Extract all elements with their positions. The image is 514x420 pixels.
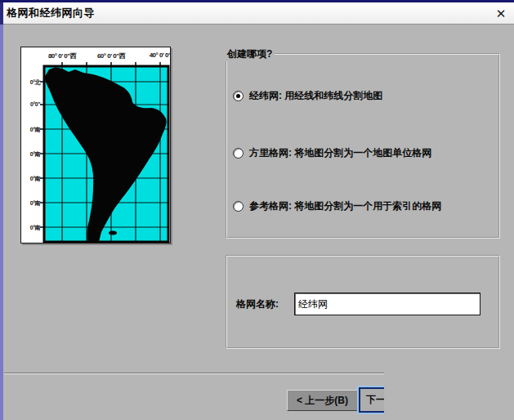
map-preview: 80° 0' 0"西 60° 0' 0"西 40° 0' 0" 0°北 0°0"…	[20, 47, 171, 244]
radio-measured-grid[interactable]: 方里格网: 将地图分割为一个地图单位格网	[233, 146, 431, 160]
next-button-clipped[interactable]: 下一	[357, 386, 384, 414]
close-icon[interactable]: ✕	[493, 6, 509, 22]
longitude-label: 40° 0' 0"	[141, 51, 171, 59]
radio-button-icon[interactable]	[233, 91, 244, 101]
longitude-label: 80° 0' 0"西	[43, 51, 81, 60]
latitude-label: 0°北	[22, 78, 40, 87]
radio-button-icon[interactable]	[233, 148, 244, 159]
create-options-groupbox: 创建哪项? 经纬网: 用经线和纬线分割地图 方里格网: 将地图分割为一个地图单位…	[226, 53, 500, 239]
radio-label: 经纬网: 用经线和纬线分割地图	[249, 89, 382, 103]
radio-reference-grid[interactable]: 参考格网: 将地图分割为一个用于索引的格网	[233, 199, 441, 213]
radio-button-icon[interactable]	[233, 201, 244, 212]
footer-separator	[4, 373, 384, 374]
back-button[interactable]: < 上一步(B)	[287, 390, 358, 411]
grid-name-groupbox: 格网名称:	[226, 255, 500, 349]
radio-graticule[interactable]: 经纬网: 用经线和纬线分割地图	[233, 89, 382, 103]
groupbox-title: 创建哪项?	[225, 47, 275, 61]
grid-name-label: 格网名称:	[236, 297, 279, 311]
latitude-label: 0°南	[22, 175, 40, 183]
latitude-label: 0°南	[22, 126, 40, 134]
latitude-label: 0°南	[22, 150, 40, 159]
radio-label: 方里格网: 将地图分割为一个地图单位格网	[249, 146, 431, 160]
next-button[interactable]: 下一	[357, 386, 384, 414]
latitude-label: 0°南	[22, 199, 40, 208]
latitude-label: 0°0"	[22, 101, 40, 107]
latitude-label: 0°南	[22, 224, 40, 232]
window-title: 格网和经纬网向导	[3, 6, 95, 20]
longitude-label: 60° 0' 0"西	[92, 51, 130, 60]
grid-name-input[interactable]	[294, 293, 480, 315]
south-america-map	[39, 61, 171, 244]
radio-label: 参考格网: 将地图分割为一个用于索引的格网	[249, 199, 441, 213]
wizard-dialog: 格网和经纬网向导 ✕	[0, 0, 514, 420]
next-button-label: 下一	[360, 393, 384, 407]
window-left-border-body	[0, 25, 3, 420]
titlebar[interactable]: 格网和经纬网向导 ✕	[3, 2, 514, 25]
